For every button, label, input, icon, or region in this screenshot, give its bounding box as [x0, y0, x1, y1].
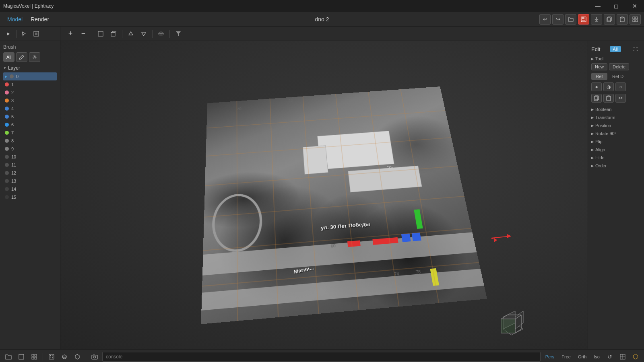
- corner-view-btn[interactable]: [108, 29, 119, 39]
- brush-pencil-btn[interactable]: [16, 52, 27, 62]
- svg-point-65: [94, 356, 96, 358]
- bt-hex[interactable]: [72, 352, 83, 362]
- order-section[interactable]: ▶ Order: [588, 162, 644, 169]
- layer-item-15[interactable]: 15: [3, 193, 57, 201]
- face-view-btn[interactable]: [95, 29, 106, 39]
- layer-item-11[interactable]: 11: [3, 161, 57, 169]
- rotate-view-btn[interactable]: ↺: [605, 352, 615, 362]
- marker-blue2: [412, 232, 421, 241]
- satellite-map: ул. 30 Лет Победы Магни... 20 22 60 74 7…: [201, 86, 487, 324]
- close-button[interactable]: ✕: [625, 0, 644, 12]
- bt-paint[interactable]: [46, 352, 57, 362]
- layer-item-13[interactable]: 13: [3, 177, 57, 185]
- copy-button[interactable]: [604, 14, 615, 25]
- arrow-tool[interactable]: ▶: [3, 29, 14, 39]
- tool-label: Tool: [595, 56, 603, 61]
- bottom-toolbar: Pers Free Orth Iso ↺ ⬡: [0, 349, 644, 362]
- layer-item-4[interactable]: 4: [3, 105, 57, 113]
- paint-tool[interactable]: [31, 29, 41, 39]
- boolean-section[interactable]: ▶ Boolean: [588, 106, 644, 113]
- console-input[interactable]: [102, 352, 541, 362]
- edit-all-btn[interactable]: All: [610, 46, 621, 52]
- rotate90-section[interactable]: ▶ Rotate 90°: [588, 130, 644, 137]
- svg-line-25: [368, 92, 399, 306]
- bt-sphere[interactable]: [59, 352, 70, 362]
- copy-icon-btn[interactable]: [591, 94, 602, 103]
- ref-btn[interactable]: Ref: [591, 73, 607, 80]
- order-tri: ▶: [591, 164, 594, 168]
- add-voxel-btn[interactable]: +: [65, 29, 76, 39]
- layer-item-1[interactable]: 1: [3, 80, 57, 88]
- hide-section[interactable]: ▶ Hide: [588, 154, 644, 161]
- transform-section[interactable]: ▶ Transform: [588, 114, 644, 121]
- remove-voxel-btn[interactable]: −: [78, 29, 89, 39]
- paste-icon-btn[interactable]: [603, 94, 614, 103]
- multi-button[interactable]: [630, 14, 641, 25]
- shape-fill-btn[interactable]: ●: [591, 82, 602, 91]
- select-tool[interactable]: [19, 29, 29, 39]
- down-btn[interactable]: [138, 29, 149, 39]
- bt-grid[interactable]: [29, 352, 39, 362]
- view-pers-btn[interactable]: Pers: [543, 354, 557, 360]
- layer-item-9[interactable]: 9: [3, 145, 57, 153]
- layer-header[interactable]: ▼ Layer: [3, 65, 57, 71]
- resize-btn[interactable]: [156, 29, 166, 39]
- export-button[interactable]: [591, 14, 602, 25]
- layer-dot-2: [5, 90, 9, 95]
- tool-section[interactable]: ▶ Tool: [588, 56, 644, 62]
- layer-dot-5: [5, 115, 9, 119]
- view-orth-btn[interactable]: Orth: [576, 354, 589, 360]
- shape-half-btn[interactable]: ◑: [603, 82, 614, 91]
- cut-icon-btn[interactable]: ✂: [615, 94, 626, 103]
- viewport[interactable]: ул. 30 Лет Победы Магни... 20 22 60 74 7…: [60, 41, 588, 349]
- grid-view-btn[interactable]: [617, 352, 628, 362]
- layer-item-14[interactable]: 14: [3, 185, 57, 193]
- layer-item-3[interactable]: 3: [3, 97, 57, 105]
- open-button[interactable]: [565, 14, 576, 25]
- 3d-nav-cube[interactable]: [495, 309, 527, 341]
- svg-marker-19: [176, 31, 181, 36]
- rotate90-tri: ▶: [591, 132, 594, 136]
- shape-empty-btn[interactable]: ○: [615, 82, 626, 91]
- menu-model[interactable]: Model: [3, 14, 27, 24]
- layer-item-7[interactable]: 7: [3, 129, 57, 137]
- layer-item-2[interactable]: 2: [3, 88, 57, 97]
- align-section[interactable]: ▶ Align: [588, 146, 644, 153]
- tool-buttons-row: New Delete: [588, 62, 644, 72]
- layer-item-8[interactable]: 8: [3, 137, 57, 145]
- view-free-btn[interactable]: Free: [559, 354, 573, 360]
- brush-all-btn[interactable]: All: [3, 52, 14, 62]
- brush-settings-btn[interactable]: [29, 52, 40, 62]
- layer-item-10[interactable]: 10: [3, 153, 57, 161]
- layer-num-13: 13: [11, 179, 16, 183]
- maximize-button[interactable]: ◻: [607, 0, 625, 12]
- minimize-button[interactable]: —: [588, 0, 607, 12]
- screenshot-btn[interactable]: [89, 352, 100, 362]
- layer-dot-6: [5, 123, 9, 127]
- paste-button[interactable]: [617, 14, 628, 25]
- new-tool-btn[interactable]: New: [591, 63, 607, 70]
- layer-item-6[interactable]: 6: [3, 121, 57, 129]
- voxel-btn[interactable]: ⬡: [630, 352, 641, 362]
- bt-square[interactable]: [16, 352, 27, 362]
- layer-item-0[interactable]: ▶ 0: [3, 72, 57, 80]
- flip-section[interactable]: ▶ Flip: [588, 138, 644, 145]
- undo-button[interactable]: ↩: [539, 14, 551, 25]
- save-button[interactable]: [578, 14, 589, 25]
- menu-render[interactable]: Render: [27, 14, 53, 24]
- layer-item-12[interactable]: 12: [3, 169, 57, 177]
- view-iso-btn[interactable]: Iso: [591, 354, 602, 360]
- delete-tool-btn[interactable]: Delete: [609, 63, 629, 70]
- layer-item-5[interactable]: 5: [3, 113, 57, 121]
- bt-folder[interactable]: [3, 352, 14, 362]
- boolean-tri: ▶: [591, 108, 594, 111]
- sat-map-inner: ул. 30 Лет Победы Магни... 20 22 60 74 7…: [201, 86, 487, 324]
- up-btn[interactable]: [126, 29, 136, 39]
- position-section[interactable]: ▶ Position: [588, 122, 644, 129]
- window-controls: — ◻ ✕: [588, 0, 644, 12]
- expand-icon[interactable]: ⛶: [630, 44, 641, 54]
- svg-rect-64: [92, 355, 97, 359]
- filter-btn[interactable]: [173, 29, 184, 39]
- layer-dot-15: [5, 195, 9, 199]
- redo-button[interactable]: ↪: [552, 14, 564, 25]
